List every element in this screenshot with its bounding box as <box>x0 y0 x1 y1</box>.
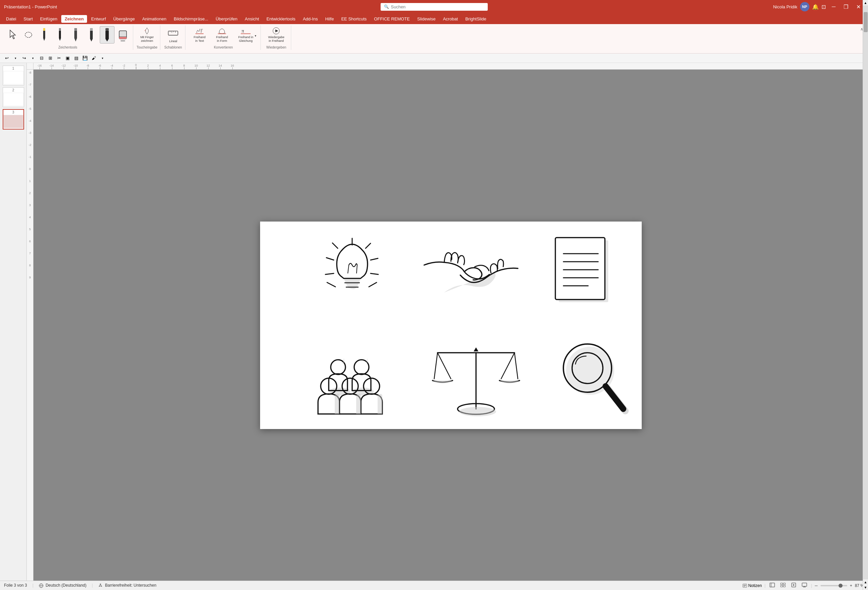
menu-datei[interactable]: Datei <box>3 15 19 23</box>
svg-text:π: π <box>242 28 244 34</box>
freihand-gleichung-btn[interactable]: π Freihand inGleichung ▾ <box>234 26 258 44</box>
svg-line-73 <box>605 386 623 409</box>
menu-hilfe[interactable]: Hilfe <box>322 15 337 23</box>
slide-thumb-3[interactable]: 3 <box>3 109 24 130</box>
svg-point-1 <box>25 32 32 37</box>
freihand-form-btn[interactable]: Freihandin Form <box>211 26 233 44</box>
gleichung-dropdown-icon[interactable]: ▾ <box>255 34 257 37</box>
group-btn[interactable]: ▣ <box>63 54 72 62</box>
wiedergabe-btn[interactable]: Wiedergabein Freihand <box>264 26 288 44</box>
save-btn[interactable]: 💾 <box>81 54 89 62</box>
zoom-out-btn[interactable]: ─ <box>815 583 818 588</box>
redo-dropdown[interactable]: ▾ <box>29 54 37 62</box>
konvertieren-label: Konvertieren <box>214 44 233 49</box>
svg-marker-89 <box>793 584 795 586</box>
menu-einfuegen[interactable]: Einfügen <box>37 15 61 23</box>
ruler-vertical: -8 -7 -6 -5 -4 -3 -2 -1 0 1 2 3 4 5 6 7 … <box>27 69 34 581</box>
touch-btn-label: Mit Fingerzeichnen <box>140 35 154 43</box>
search-input[interactable] <box>391 4 484 9</box>
scroll-track[interactable] <box>863 69 868 579</box>
slide-num-1: 1 <box>12 66 15 70</box>
eraser-btn[interactable] <box>115 26 130 44</box>
svg-marker-16 <box>105 39 109 41</box>
select-tool-btn[interactable] <box>5 26 20 44</box>
ruler-mark: 8 <box>178 64 190 69</box>
menu-bildschirmpr[interactable]: Bildschirmpräse... <box>170 15 211 23</box>
view-grid-btn[interactable] <box>779 582 787 589</box>
slide-info: Folie 3 von 3 <box>4 583 27 588</box>
scales-sketch <box>433 347 520 416</box>
share-icon[interactable]: ⊡ <box>821 4 826 10</box>
menu-zeichnen[interactable]: Zeichnen <box>61 15 87 23</box>
svg-rect-3 <box>43 31 45 38</box>
accessibility-text: Barrierefreiheit: Untersuchen <box>98 583 156 588</box>
lasso-tool-btn[interactable] <box>21 26 36 44</box>
pen2-btn[interactable] <box>53 26 67 44</box>
svg-rect-15 <box>105 31 109 39</box>
qat-dropdown-btn[interactable]: ▾ <box>99 54 106 62</box>
pen3-btn[interactable] <box>68 26 83 44</box>
ribbon: Zeichentools Mit Fingerzeichnen Touchein… <box>0 24 868 53</box>
ruler-mark: 16 <box>226 64 238 69</box>
svg-rect-18 <box>119 37 127 39</box>
redo-btn[interactable]: ↪ <box>20 54 28 62</box>
finger-draw-btn[interactable]: Mit Fingerzeichnen <box>137 26 157 44</box>
lineal-btn[interactable]: Lineal <box>164 26 182 44</box>
handshake-sketch <box>424 252 518 292</box>
menu-brightslide[interactable]: BrightSlide <box>462 15 490 23</box>
undo-btn[interactable]: ↩ <box>3 54 11 62</box>
freihand-text-btn[interactable]: Freihandin Text <box>189 26 210 44</box>
menu-ee-shortcuts[interactable]: EE Shortcuts <box>338 15 370 23</box>
align-right-btn[interactable]: ⊞ <box>46 54 54 62</box>
menu-entwicklertools[interactable]: Entwicklertools <box>263 15 299 23</box>
view-presenter-btn[interactable] <box>800 582 808 589</box>
ruler-v-mark: -3 <box>28 131 31 143</box>
menu-office-remote[interactable]: OFFICE REMOTE <box>371 15 413 23</box>
view-reading-icon <box>791 583 796 587</box>
menu-ansicht[interactable]: Ansicht <box>241 15 263 23</box>
pen5-btn[interactable] <box>100 26 115 44</box>
ruler-v-mark: -4 <box>28 119 31 131</box>
ungroup-btn[interactable]: ▤ <box>72 54 80 62</box>
svg-marker-4 <box>43 38 45 41</box>
menu-ueberpruefen[interactable]: Überprüfen <box>212 15 241 23</box>
pen4-btn[interactable] <box>84 26 99 44</box>
people-sketch <box>318 358 382 414</box>
align-left-btn[interactable]: ⊟ <box>37 54 46 62</box>
ruler-mark: -14 <box>46 64 58 69</box>
svg-rect-21 <box>168 31 178 35</box>
slide-thumb-2[interactable]: 2 <box>3 87 24 107</box>
cut-btn[interactable]: ✂ <box>55 54 63 62</box>
menu-slidewise[interactable]: Slidewise <box>414 15 439 23</box>
menu-start[interactable]: Start <box>20 15 36 23</box>
menu-entwurf[interactable]: Entwurf <box>88 15 109 23</box>
svg-line-63 <box>434 353 437 379</box>
zoom-in-btn[interactable]: + <box>850 583 852 588</box>
format-painter-btn[interactable]: 🖌 <box>90 54 98 62</box>
slide-panel: 1 2 3 <box>0 63 27 581</box>
slide-thumb-1[interactable]: 1 <box>3 66 24 86</box>
menu-acrobat[interactable]: Acrobat <box>440 15 461 23</box>
zoom-slider[interactable] <box>821 585 847 586</box>
ruler-v-mark: 1 <box>29 179 31 192</box>
menu-uebergaenge[interactable]: Übergänge <box>110 15 138 23</box>
undo-dropdown[interactable]: ▾ <box>11 54 19 62</box>
search-box[interactable]: 🔍 <box>381 3 488 11</box>
slide-canvas[interactable]: ▲ ▲ ▼ <box>34 69 868 581</box>
menu-animationen[interactable]: Animationen <box>139 15 170 23</box>
view-reading-btn[interactable] <box>790 582 798 589</box>
view-normal-btn[interactable] <box>768 582 776 589</box>
restore-button[interactable]: ❒ <box>840 2 852 11</box>
avatar[interactable]: NP <box>800 2 809 11</box>
notification-icon[interactable]: 🔔 <box>812 4 819 10</box>
svg-line-37 <box>371 273 378 274</box>
menu-addins[interactable]: Add-Ins <box>300 15 321 23</box>
minimize-button[interactable]: ─ <box>828 2 839 11</box>
statusbar-divider3: | <box>765 583 766 588</box>
scroll-up2-btn[interactable]: ▲ <box>863 579 868 581</box>
svg-line-33 <box>366 243 371 248</box>
notes-btn[interactable]: Notizen <box>743 583 762 588</box>
user-name: Nicola Pridik <box>773 4 797 9</box>
pen1-btn[interactable] <box>37 26 52 44</box>
schablonen-tools: Lineal <box>164 26 182 44</box>
